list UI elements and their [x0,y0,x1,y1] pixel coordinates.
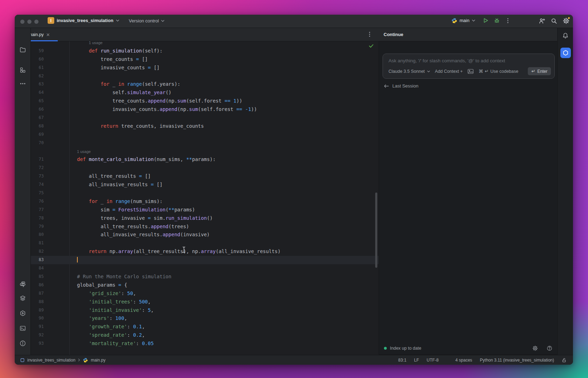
code-line[interactable]: 77 sim = ForestSimulation(**params) [31,206,379,214]
more-actions-kebab-icon[interactable] [507,18,509,23]
assistant-settings-gear-icon[interactable] [532,345,538,351]
close-tab-icon[interactable]: ✕ [46,33,50,37]
assistant-input-placeholder: Ask anything, '/' for slash commands, '@… [388,58,505,63]
code-line[interactable]: 68 return tree_counts, invasive_counts [31,122,379,131]
code-line[interactable]: 90 'years': 100, [31,314,379,323]
run-button[interactable] [483,18,489,23]
project-switcher[interactable]: I invasive_trees_simulation [48,17,119,24]
line-number: 86 [31,281,53,289]
code-line[interactable]: 88 'initial_trees': 500, [31,298,379,306]
model-selector[interactable]: Claude 3.5 Sonnet [388,69,430,74]
index-status-dot [384,347,387,350]
code-line[interactable]: 87 'grid_size': 50, [31,289,379,298]
attach-image-icon[interactable] [468,69,474,74]
editor-scrollbar-thumb[interactable] [375,192,377,268]
breadcrumb-file[interactable]: main.py [91,358,105,363]
tab-and-panel-header-band: main.py ✕ Continue [15,28,573,41]
code-text [53,189,77,197]
code-line[interactable]: 89 'initial_invasive': 5, [31,306,379,315]
search-everywhere-button[interactable] [551,18,557,24]
code-line[interactable]: 62 [31,72,379,80]
lock-open-icon[interactable] [562,358,567,363]
line-number [31,147,53,156]
code-line[interactable]: 83 [31,256,379,264]
tab-options-kebab-icon[interactable] [369,31,370,37]
assistant-help-icon[interactable] [547,345,552,351]
caret-position-widget[interactable]: 83:1 [398,358,406,363]
more-tools-icon[interactable] [20,80,26,87]
line-number: 82 [31,247,53,256]
version-control-menu[interactable]: Version control [129,18,164,23]
code-line[interactable]: 82 return np.array(all_tree_results), np… [31,247,379,256]
indent-widget[interactable]: 4 spaces [455,358,472,363]
line-ending-widget[interactable]: LF [414,358,419,363]
project-icon: I [48,17,54,24]
code-text: invasive_counts.append(np.sum(self.fores… [53,105,257,114]
minimize-window-button[interactable] [27,20,31,24]
code-line[interactable]: 79 all_tree_results.append(trees) [31,223,379,231]
code-line[interactable]: 60 tree_counts = [] [31,55,379,64]
code-line[interactable]: 66 invasive_counts.append(np.sum(self.fo… [31,105,379,114]
usage-hint-row[interactable]: 1 usage [31,41,379,47]
settings-button[interactable] [563,18,569,24]
project-tool-icon[interactable] [20,47,26,53]
continue-plugin-button[interactable] [560,48,571,58]
last-session-link[interactable]: Last Session [384,83,418,89]
notifications-bell-icon[interactable] [562,33,568,39]
services-layers-tool-icon[interactable] [20,295,26,301]
line-number: 83 [31,256,53,264]
code-line[interactable]: 61 invasive_counts = [] [31,64,379,72]
close-window-button[interactable] [20,20,24,24]
code-line[interactable]: 59 def run_simulation(self): [31,47,379,55]
interpreter-widget[interactable]: Python 3.11 (invasive_trees_simulation) [480,358,554,363]
code-text: all_tree_results = [] [53,172,151,181]
code-line[interactable]: 71def monte_carlo_simulation(num_sims, *… [31,155,379,164]
structure-tool-icon[interactable] [20,67,26,73]
code-line[interactable]: 85# Run the Monte Carlo simulation [31,273,379,281]
assistant-input-box[interactable]: Ask anything, '/' for slash commands, '@… [383,54,555,79]
line-number: 66 [31,105,53,114]
code-text: 'initial_trees': 500, [53,298,151,306]
add-user-button[interactable] [539,18,545,24]
code-line[interactable]: 65 tree_counts.append(np.sum(self.forest… [31,97,379,105]
code-line[interactable]: 63 for _ in range(self.years): [31,80,379,89]
code-line[interactable]: 64 self.simulate_year() [31,89,379,97]
code-line[interactable]: 91 'growth_rate': 0.1, [31,323,379,331]
add-context-button[interactable]: Add Context + [435,69,463,74]
code-line[interactable]: 75 [31,189,379,197]
code-line[interactable]: 92 'spread_rate': 0.2, [31,331,379,340]
enter-button[interactable]: ↵ Enter [528,67,551,75]
line-number: 64 [31,89,53,97]
ide-window: I invasive_trees_simulation Version cont… [15,15,573,365]
inspections-ok-check-icon[interactable] [369,44,373,48]
code-line[interactable]: 84 [31,264,379,273]
code-line[interactable]: 69 [31,131,379,139]
debug-button[interactable] [494,18,500,23]
code-line[interactable]: 74 all_invasive_results = [] [31,181,379,189]
maximize-window-button[interactable] [34,20,38,24]
usage-hint-row[interactable]: 1 usage [31,147,379,156]
run-config-selector[interactable]: main [451,18,475,23]
line-number: 75 [31,189,53,197]
breadcrumb-project[interactable]: invasive_trees_simulation [27,358,75,363]
terminal-tool-icon[interactable] [20,325,26,331]
problems-tool-icon[interactable] [20,340,26,346]
code-line[interactable]: 67 [31,114,379,122]
line-number: 84 [31,264,53,273]
run-tool-icon[interactable] [20,310,26,316]
code-line[interactable]: 86global_params = { [31,281,379,289]
code-line[interactable]: 80 all_invasive_results.append(invasive) [31,231,379,239]
code-line[interactable]: 81 [31,239,379,247]
encoding-widget[interactable]: UTF-8 [427,358,439,363]
code-line[interactable]: 72 [31,164,379,172]
code-line[interactable]: 70 [31,139,379,147]
code-text [53,264,77,273]
code-line[interactable]: 73 all_tree_results = [] [31,172,379,181]
code-line[interactable]: 93 'mortality_rate': 0.05 [31,340,379,348]
code-line[interactable]: 78 trees, invasive = sim.run_simulation(… [31,214,379,223]
arrow-left-icon [384,84,389,88]
use-codebase-shortcut[interactable]: ⌘ ↵ Use codebase [478,69,518,74]
python-packages-tool-icon[interactable] [20,281,26,287]
code-editor[interactable]: 1 usage59 def run_simulation(self):60 tr… [31,41,379,355]
code-line[interactable]: 76 for _ in range(num_sims): [31,197,379,206]
